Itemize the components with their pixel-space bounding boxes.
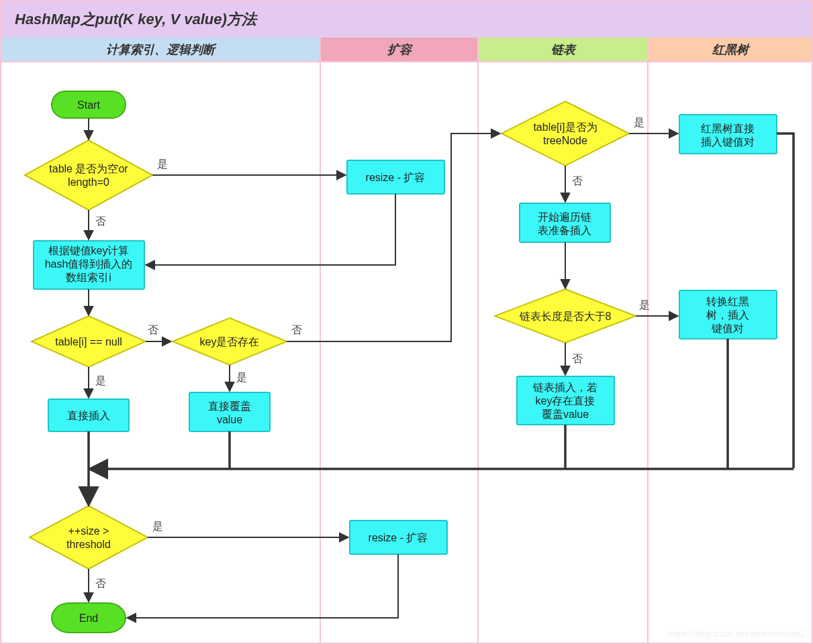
svg-text:否: 否 <box>95 215 106 227</box>
svg-text:value: value <box>217 414 242 425</box>
svg-text:++size >: ++size > <box>68 525 109 537</box>
swimlane-header-resize: 扩容 <box>321 38 479 61</box>
node-start: Start <box>52 91 126 118</box>
swimlane-header-logic: 计算索引、逻辑判断 <box>1 38 321 61</box>
svg-marker-2 <box>25 140 152 210</box>
svg-text:插入键值对: 插入键值对 <box>701 136 755 148</box>
node-p-override-value: 直接覆盖 value <box>189 392 270 431</box>
svg-text:是: 是 <box>152 521 163 532</box>
svg-text:threshold: threshold <box>66 539 111 550</box>
node-d-table-i-null: table[i] == null <box>32 316 146 367</box>
node-d-table-empty: table 是否为空or length=0 <box>25 140 152 210</box>
svg-text:是: 是 <box>157 158 168 170</box>
svg-text:是: 是 <box>236 372 247 383</box>
svg-text:resize - 扩容: resize - 扩容 <box>366 172 426 183</box>
svg-text:key存在直接: key存在直接 <box>536 395 595 407</box>
svg-text:hash值得到插入的: hash值得到插入的 <box>45 258 133 270</box>
node-p-begin-traverse: 开始遍历链 表准备插入 <box>520 203 610 242</box>
svg-text:table 是否为空or: table 是否为空or <box>49 163 128 174</box>
svg-text:开始遍历链: 开始遍历链 <box>538 211 591 223</box>
svg-text:直接插入: 直接插入 <box>67 410 110 421</box>
svg-text:否: 否 <box>148 324 158 335</box>
svg-text:table[i]是否为: table[i]是否为 <box>533 121 597 133</box>
svg-text:表准备插入: 表准备插入 <box>538 225 591 236</box>
svg-text:是: 是 <box>634 117 644 128</box>
svg-marker-20 <box>501 101 629 166</box>
watermark: https://blog.csdn.net/woshimaxiao1 <box>668 629 805 639</box>
node-p-resize1: resize - 扩容 <box>347 160 444 194</box>
svg-text:覆盖value: 覆盖value <box>542 409 589 420</box>
svg-text:否: 否 <box>291 324 302 335</box>
title-bar: HashMap之put(K key, V value)方法 <box>1 1 812 39</box>
svg-text:End: End <box>79 612 98 624</box>
swimlane-headers: 计算索引、逻辑判断 扩容 链表 红黑树 <box>1 38 812 62</box>
node-p-resize2: resize - 扩容 <box>350 521 447 554</box>
svg-text:Start: Start <box>77 99 100 111</box>
flowchart-canvas: Start table 是否为空or length=0 resize - 扩容 … <box>1 61 812 644</box>
svg-text:resize - 扩容: resize - 扩容 <box>369 532 428 543</box>
node-d-len-gt8: 链表长度是否大于8 <box>495 289 636 343</box>
svg-text:treeNode: treeNode <box>543 135 587 146</box>
diagram-frame: HashMap之put(K key, V value)方法 计算索引、逻辑判断 … <box>0 0 813 644</box>
svg-text:数组索引i: 数组索引i <box>66 272 111 283</box>
svg-text:红黑树直接: 红黑树直接 <box>701 123 755 134</box>
svg-text:table[i] == null: table[i] == null <box>55 336 122 347</box>
svg-text:链表长度是否大于8: 链表长度是否大于8 <box>519 311 612 322</box>
svg-text:length=0: length=0 <box>68 176 109 188</box>
svg-text:转换红黑: 转换红黑 <box>706 296 749 307</box>
node-p-compute-index: 根据键值key计算 hash值得到插入的 数组索引i <box>34 241 144 289</box>
svg-text:链表插入，若: 链表插入，若 <box>532 382 597 393</box>
svg-text:否: 否 <box>95 578 106 589</box>
svg-text:键值对: 键值对 <box>711 323 744 334</box>
node-p-to-rb: 转换红黑 树，插入 键值对 <box>679 290 777 339</box>
svg-text:是: 是 <box>639 299 650 311</box>
swimlane-header-rbtree: 红黑树 <box>649 38 812 61</box>
svg-text:根据键值key计算: 根据键值key计算 <box>48 245 130 256</box>
node-end: End <box>52 603 126 633</box>
node-p-direct-insert: 直接插入 <box>48 399 129 431</box>
node-p-list-insert: 链表插入，若 key存在直接 覆盖value <box>517 376 614 425</box>
node-p-rb-insert: 红黑树直接 插入键值对 <box>679 115 777 154</box>
svg-text:否: 否 <box>572 175 583 186</box>
node-d-is-treenode: table[i]是否为 treeNode <box>501 101 629 166</box>
svg-text:否: 否 <box>572 353 583 364</box>
svg-text:是: 是 <box>95 375 106 386</box>
svg-marker-39 <box>30 506 148 569</box>
node-d-size-threshold: ++size > threshold <box>30 506 148 569</box>
node-d-key-exist: key是否存在 <box>173 318 287 365</box>
svg-text:直接覆盖: 直接覆盖 <box>208 400 251 412</box>
swimlane-header-list: 链表 <box>479 38 649 61</box>
page-title: HashMap之put(K key, V value)方法 <box>15 9 256 30</box>
svg-text:key是否存在: key是否存在 <box>200 336 260 347</box>
svg-text:树，插入: 树，插入 <box>706 309 749 321</box>
